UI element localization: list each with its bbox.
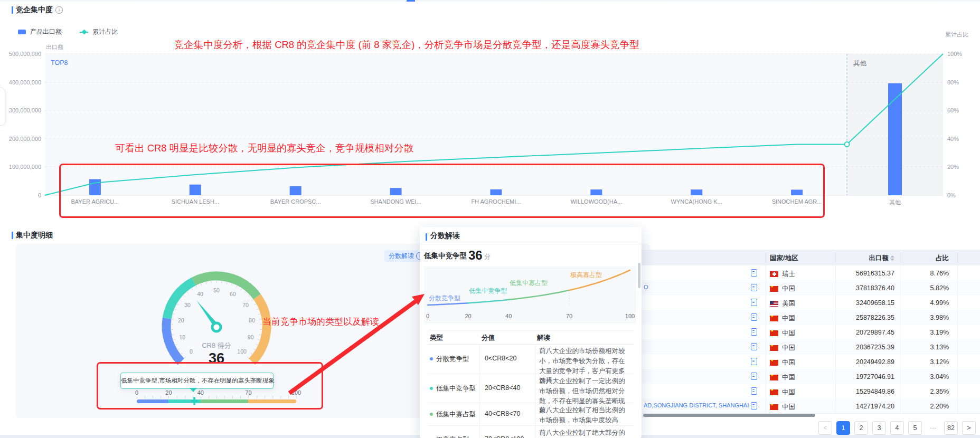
score-table: 类型分值解读分散竞争型0<CR8<20前八大企业的市场份额相对较小，市场竞争较为… <box>428 330 634 438</box>
popup-title-bar <box>426 233 427 241</box>
cell-divider <box>766 398 766 413</box>
cell-divider <box>766 310 766 325</box>
gauge-score-label: CR8 得分 <box>180 341 253 350</box>
cell-divider <box>766 265 766 280</box>
popup-score: 36 <box>468 248 483 263</box>
copy-icon[interactable] <box>751 402 757 410</box>
pagination-page-3[interactable]: 3 <box>872 421 886 435</box>
flag-icon <box>770 316 778 321</box>
flag-icon <box>770 360 778 366</box>
share-cell: 8.76% <box>900 270 949 277</box>
type-dot-icon <box>430 413 433 416</box>
cell-divider <box>766 295 766 310</box>
copy-icon[interactable] <box>751 328 757 336</box>
country-cell: 中国 <box>770 329 795 338</box>
svg-text:50: 50 <box>213 287 220 293</box>
cell-divider <box>766 325 766 339</box>
cell-divider <box>766 384 766 398</box>
y-tick: 0 <box>0 192 41 198</box>
table-row: 中国20729897.453.19% <box>642 325 980 340</box>
y-tick: 500,000,000 <box>0 51 41 57</box>
popup-scrollbar[interactable] <box>638 263 640 288</box>
popup-title: 分数解读 <box>430 231 460 241</box>
score-range-cell: 70<CR8<100 <box>485 435 524 438</box>
flag-icon <box>770 271 778 277</box>
svg-text:70: 70 <box>242 302 249 308</box>
pagination-page-5[interactable]: 5 <box>908 421 922 435</box>
section-title-bar <box>12 232 13 239</box>
score-table-row: 低集中竞争型20<CR8<40前八大企业控制了一定比例的市场份额，但市场仍然相对… <box>428 374 634 403</box>
score-type-cell: 极高寡占型 <box>430 435 469 438</box>
flag-icon <box>770 330 778 336</box>
share-cell: 2.20% <box>900 403 949 410</box>
score-table-header-cell: 分值 <box>482 334 495 342</box>
annotation-top-note: 竞企集中度分析，根据 CR8 的竞企集中度 (前 8 家竞企)，分析竞争市场是分… <box>174 38 639 51</box>
pagination-next-button[interactable]: > <box>962 421 976 435</box>
y2-tick: 0% <box>947 192 956 198</box>
company-link[interactable]: AD,SONGJIANG DISTRICT, SHANGHAI CHI... <box>644 402 749 408</box>
share-cell: 4.99% <box>900 299 949 307</box>
cell-divider <box>479 374 480 403</box>
export-cell: 25878226.35 <box>835 314 894 321</box>
cell-divider <box>957 265 958 280</box>
score-curve-chart: 分散竞争型低集中竞争型低集中寡占型极高寡占型0204070100 <box>424 266 636 323</box>
copy-icon[interactable] <box>751 358 757 365</box>
copy-icon[interactable] <box>751 313 757 321</box>
y2-tick: 60% <box>947 107 959 113</box>
header-divider <box>957 253 958 262</box>
export-cell: 56916315.37 <box>835 270 894 277</box>
copy-icon[interactable] <box>751 269 757 277</box>
cell-divider <box>957 398 958 413</box>
cell-divider <box>957 325 958 339</box>
annotation-rect-bars <box>59 164 825 218</box>
pagination-page-4[interactable]: 4 <box>890 421 904 435</box>
score-desc-cell: 前八大企业控制了相当比例的市场份额，市场集中度较高 <box>539 405 630 425</box>
copy-cell <box>751 358 757 367</box>
share-cell: 2.35% <box>900 388 949 395</box>
horizontal-scrollbar[interactable] <box>643 414 815 417</box>
share-cell: 3.12% <box>900 358 949 366</box>
sort-icon[interactable] <box>890 255 894 261</box>
score-explain-label: 分数解读 <box>389 250 414 262</box>
pagination-page-2[interactable]: 2 <box>854 421 868 435</box>
copy-icon[interactable] <box>751 373 757 380</box>
copy-cell <box>751 373 757 382</box>
cell-divider <box>479 403 480 425</box>
export-cell: 32409658.15 <box>835 299 894 307</box>
table-row: 中国20249492.893.12% <box>642 354 980 369</box>
pagination-prev-button[interactable]: < <box>818 421 832 435</box>
copy-icon[interactable] <box>751 343 757 350</box>
share-cell: 3.19% <box>900 329 949 336</box>
cell-divider <box>957 339 958 354</box>
curve-x-tick: 20 <box>462 313 475 319</box>
top8-zone-label: TOP8 <box>51 59 68 66</box>
copy-cell <box>751 313 757 323</box>
share-cell: 3.04% <box>900 373 949 380</box>
country-cell: 中国 <box>770 358 795 367</box>
score-range-cell: 40<CR8<70 <box>485 410 520 417</box>
y-tick: 300,000,000 <box>0 107 41 113</box>
copy-icon[interactable] <box>751 299 757 306</box>
pagination-page-82[interactable]: 82 <box>944 421 958 435</box>
export-cell: 14271974.20 <box>835 403 894 410</box>
export-cell: 37818376.40 <box>835 284 894 292</box>
section2-title: 集中度明细 <box>16 231 53 240</box>
cell-divider <box>766 280 766 295</box>
score-type-cell: 分散竞争型 <box>430 355 469 364</box>
cell-divider <box>957 384 958 398</box>
company-link[interactable]: O <box>644 284 749 290</box>
pagination: <12345···82> <box>834 421 976 435</box>
cell-divider <box>535 374 535 403</box>
flag-icon <box>770 301 778 307</box>
pagination-ellipsis[interactable]: ··· <box>926 421 940 435</box>
pagination-page-1[interactable]: 1 <box>836 421 850 435</box>
annotation-arrow-icon <box>285 292 433 400</box>
country-cell: 中国 <box>770 344 795 353</box>
x-category-label: 其他 <box>853 198 937 206</box>
table-row: 中国19727046.913.04% <box>642 369 980 384</box>
svg-text:40: 40 <box>197 291 203 297</box>
copy-icon[interactable] <box>751 284 757 291</box>
export-header[interactable]: 出口额 <box>835 254 894 263</box>
svg-text:80: 80 <box>249 317 255 323</box>
copy-icon[interactable] <box>751 387 757 395</box>
